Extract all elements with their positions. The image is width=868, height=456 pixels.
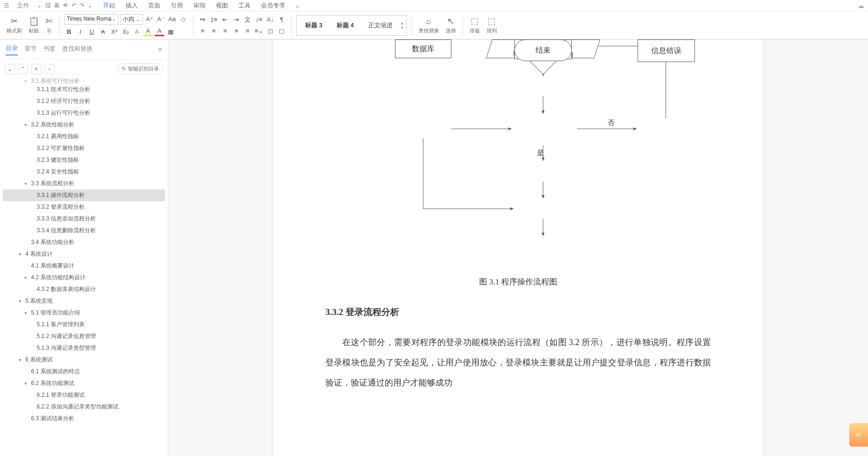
style-heading3[interactable]: 标题 3 [300,18,328,32]
border-icon[interactable]: ▢ [277,26,286,36]
align-distribute-icon[interactable]: ≡ [243,26,253,36]
search-icon[interactable]: ⌕ [291,2,304,9]
decrease-indent-icon[interactable]: ⇤ [221,15,230,24]
smart-toc-button[interactable]: ↻ 智能识别目录 [118,63,163,74]
outline-item[interactable]: 3.4 系统功能分析 [3,236,165,248]
italic-button[interactable]: I [76,27,85,36]
text-direction-icon[interactable]: 文 [243,15,253,24]
highlight-button[interactable]: A [143,27,153,36]
outline-item[interactable]: 6.3 测试结果分析 [3,413,165,425]
twisty-icon[interactable]: ▾ [24,310,29,315]
outline-item[interactable]: 3.3.4 信息删除流程分析 [3,225,165,236]
document-viewport[interactable]: 系统登录界面 输入用户名 密码 数据库 验证信息是否正确 信息错误 功能界面 功… [168,39,868,456]
tab-view[interactable]: 视图 [211,1,233,10]
outline-item[interactable]: ▾3.1 系统可行性分析 [3,78,165,84]
strike-button[interactable]: A [98,27,108,36]
outline-item[interactable]: 5.1.1 客户管理列表 [3,319,165,330]
font-color-button[interactable]: A [155,27,164,36]
outline-item[interactable]: 3.1.2 经济可行性分析 [3,95,165,107]
menu-icon[interactable]: ☰ [4,2,9,9]
bullet-list-icon[interactable]: •≡ [198,15,207,24]
line-spacing-icon[interactable]: ↕≡ [254,15,264,24]
outline-item[interactable]: 6.1 系统测试的特点 [3,366,165,377]
paste-group[interactable]: 📋 粘贴 [27,16,41,34]
align-justify-icon[interactable]: ≡ [232,26,241,36]
redo-icon[interactable]: ↷ [79,2,85,9]
close-icon[interactable]: × [158,46,162,54]
outline-item[interactable]: 5.1.3 沟通记录类型管理 [3,342,165,354]
cut-group[interactable]: ✄ ⎘ [44,16,55,34]
outline-item[interactable]: ▾6 系统测试 [3,354,165,366]
sort-icon[interactable]: A↓ [266,15,275,24]
increase-font-icon[interactable]: A⁺ [145,14,154,24]
tab-review[interactable]: 审阅 [189,1,210,10]
twisty-icon[interactable]: ▾ [24,275,29,280]
number-list-icon[interactable]: 1≡ [209,15,219,24]
shading-button[interactable]: ▦ [166,27,175,36]
outline-tab-find[interactable]: 查找和替换 [62,45,93,55]
clear-format-icon[interactable]: ◇ [179,14,188,24]
font-name-select[interactable]: Times New Roma ⌄ [64,14,118,25]
outline-item[interactable]: 3.2.1 易用性指标 [3,131,165,142]
spacing-select-icon[interactable]: ≡⌄ [254,26,264,36]
increase-indent-icon[interactable]: ⇥ [232,15,241,24]
underline-button[interactable]: U [87,27,96,36]
outline-item[interactable]: ▾3.3 系统流程分析 [3,178,165,189]
outline-item[interactable]: ▾6.2 系统功能测试 [3,377,165,389]
outline-item[interactable]: ▾4 系统设计 [3,248,165,260]
bold-button[interactable]: B [64,27,74,36]
show-marks-icon[interactable]: ¶ [277,15,286,24]
save-icon[interactable]: 🖫 [45,2,51,9]
align-center-icon[interactable]: ≡ [209,26,219,36]
find-replace-group[interactable]: ⌕ 查找替换 [417,16,441,34]
format-painter-group[interactable]: ✂ 格式刷 [5,16,24,34]
outline-item[interactable]: ▾5 系统实现 [3,295,165,307]
tab-start[interactable]: 开始 [98,1,120,10]
align-left-icon[interactable]: ≡ [198,26,207,36]
outline-item[interactable]: ▾4.2 系统功能结构设计 [3,272,165,283]
outline-item[interactable]: 3.2.2 可扩展性指标 [3,142,165,154]
tab-page[interactable]: 页面 [143,1,165,10]
undo-icon[interactable]: ↶ [71,2,77,9]
twisty-icon[interactable]: ▾ [24,122,29,127]
tab-reference[interactable]: 引用 [166,1,188,10]
twisty-icon[interactable]: ▾ [19,357,24,362]
collapse-up-icon[interactable]: ⌃ [18,64,28,74]
tab-member[interactable]: 会员专享 [256,1,290,10]
decrease-font-icon[interactable]: A⁻ [156,14,166,24]
twisty-icon[interactable]: ▾ [24,79,29,84]
outline-item[interactable]: 3.3.1 操作流程分析 [3,189,165,201]
chevron-down-icon[interactable]: ⌄ [87,2,93,9]
outline-item[interactable]: 5.1.2 沟通记录信息管理 [3,330,165,342]
print-icon[interactable]: 🖶 [54,2,60,9]
outline-item[interactable]: 3.3.2 登录流程分析 [3,201,165,213]
expand-all-icon[interactable]: ⌄ [5,64,15,74]
outline-item[interactable]: 3.1.1 技术可行性分析 [3,84,165,95]
outline-list[interactable]: ▾3.1 系统可行性分析3.1.1 技术可行性分析3.1.2 经济可行性分析3.… [0,78,168,456]
outline-item[interactable]: 3.2.3 健壮性指标 [3,154,165,166]
twisty-icon[interactable]: ▾ [19,252,24,257]
outline-item[interactable]: 3.3.3 信息添加流程分析 [3,213,165,225]
sort-group[interactable]: ⬚ 排列 [485,16,499,34]
select-group[interactable]: ↖ 选择 [444,16,458,34]
file-menu[interactable]: 文件 [12,1,34,10]
style-scroll-icon[interactable]: ▴▾ [401,21,403,30]
text-effect-button[interactable]: A [132,27,142,36]
style-body-indent[interactable]: 正文缩进 [363,18,398,32]
ime-badge[interactable]: 中 [849,423,868,447]
chevron-down-icon[interactable]: ⌄ [37,2,42,9]
outline-item[interactable]: 4.1 系统概要设计 [3,260,165,272]
outline-item[interactable]: 6.2.1 登录功能测试 [3,389,165,401]
tab-insert[interactable]: 插入 [121,1,142,10]
outline-item[interactable]: ▾5.1 管理员功能介绍 [3,307,165,319]
align-right-icon[interactable]: ≡ [221,26,230,36]
style-gallery[interactable]: 标题 3 标题 4 正文缩进 ▴▾ [296,15,407,36]
outline-tab-bookmark[interactable]: 书签 [43,45,55,55]
outline-item[interactable]: 3.2.4 安全性指标 [3,166,165,178]
subscript-button[interactable]: X₂ [121,27,130,36]
cloud-icon[interactable]: ☁ [858,2,864,9]
style-heading4[interactable]: 标题 4 [331,18,360,32]
twisty-icon[interactable]: ▾ [24,181,29,186]
change-case-icon[interactable]: Aa [167,14,177,24]
outline-item[interactable]: 6.2.2 添加沟通记录类型功能测试 [3,401,165,413]
